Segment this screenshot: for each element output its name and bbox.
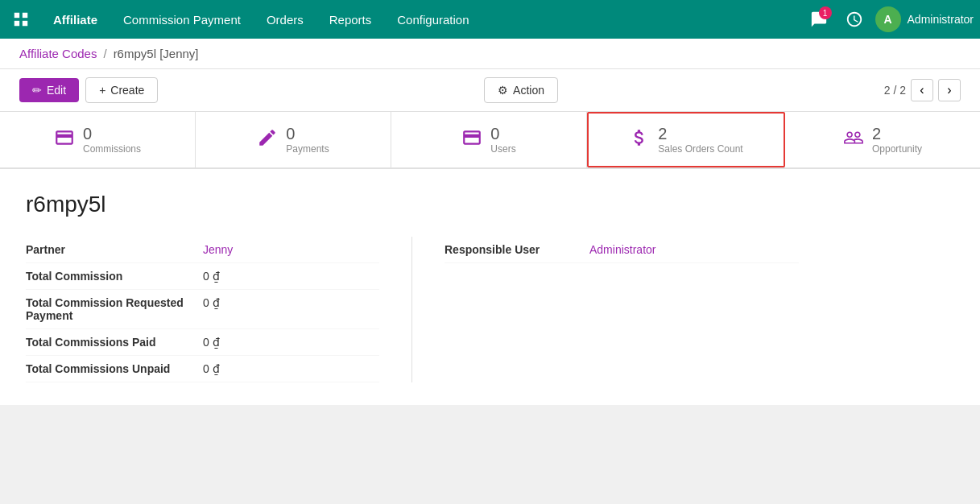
topnav-right: 1 A Administrator: [804, 5, 974, 34]
user-avatar: A: [875, 6, 901, 32]
users-icon: [461, 127, 482, 153]
sales-orders-text: 2 Sales Orders Count: [658, 125, 742, 155]
create-button[interactable]: + Create: [85, 77, 158, 103]
plus-icon: +: [99, 84, 105, 97]
field-value-total-commission: 0 ₫: [203, 270, 220, 283]
field-value-commissions-unpaid: 0 ₫: [203, 362, 220, 375]
fields-left: Partner Jenny Total Commission 0 ₫ Total…: [26, 237, 412, 382]
edit-button[interactable]: ✏ Edit: [19, 78, 79, 102]
tab-payments[interactable]: 0 Payments: [196, 112, 391, 167]
action-button[interactable]: ⚙ Action: [484, 77, 558, 103]
notifications-button[interactable]: 1: [804, 5, 833, 34]
nav-reports[interactable]: Reports: [316, 6, 385, 33]
topnav-menu: Affiliate Commission Payment Orders Repo…: [40, 6, 804, 33]
field-label-requested-payment: Total Commission Requested Payment: [26, 296, 203, 322]
breadcrumb: Affiliate Codes / r6mpy5l [Jenny]: [0, 39, 980, 69]
field-row-commissions-unpaid: Total Commissions Unpaid 0 ₫: [26, 356, 379, 382]
payments-text: 0 Payments: [286, 125, 329, 155]
tab-users[interactable]: 0 Users: [391, 112, 587, 167]
record-title: r6mpy5l: [26, 192, 954, 217]
grid-menu-icon[interactable]: [6, 5, 35, 34]
user-name[interactable]: Administrator: [908, 13, 974, 26]
svg-rect-0: [14, 13, 19, 18]
opportunity-icon: [843, 127, 864, 153]
topnav: Affiliate Commission Payment Orders Repo…: [0, 0, 980, 39]
field-row-partner: Partner Jenny: [26, 237, 379, 263]
breadcrumb-separator: /: [103, 47, 106, 60]
nav-configuration[interactable]: Configuration: [384, 6, 482, 33]
svg-rect-3: [23, 21, 27, 26]
notification-badge: 1: [819, 6, 832, 19]
field-value-commissions-paid: 0 ₫: [203, 336, 220, 349]
prev-button[interactable]: ‹: [911, 79, 933, 101]
payments-icon: [257, 127, 278, 153]
users-text: 0 Users: [490, 125, 515, 155]
field-label-responsible-user: Responsible User: [445, 243, 589, 256]
field-value-partner[interactable]: Jenny: [203, 243, 233, 256]
field-label-commissions-paid: Total Commissions Paid: [26, 336, 203, 349]
nav-affiliate[interactable]: Affiliate: [40, 6, 110, 33]
tab-sales-orders[interactable]: 2 Sales Orders Count: [587, 112, 785, 167]
pagination: 2 / 2 ‹ ›: [884, 79, 961, 101]
field-row-commissions-paid: Total Commissions Paid 0 ₫: [26, 329, 379, 356]
toolbar: ✏ Edit + Create ⚙ Action 2 / 2 ‹ ›: [0, 69, 980, 112]
field-value-responsible-user[interactable]: Administrator: [589, 243, 655, 256]
field-label-partner: Partner: [26, 243, 203, 256]
stat-tabs: 0 Commissions 0 Payments 0 Users 2 Sales…: [0, 112, 980, 169]
field-row-total-commission: Total Commission 0 ₫: [26, 263, 379, 290]
breadcrumb-link[interactable]: Affiliate Codes: [19, 47, 97, 60]
gear-icon: ⚙: [498, 84, 508, 97]
breadcrumb-current: r6mpy5l [Jenny]: [114, 47, 199, 60]
svg-rect-2: [14, 21, 19, 26]
commissions-icon: [54, 127, 75, 153]
field-row-responsible-user: Responsible User Administrator: [445, 237, 799, 263]
fields-right: Responsible User Administrator: [412, 237, 799, 382]
nav-commission-payment[interactable]: Commission Payment: [110, 6, 254, 33]
sales-orders-icon: [629, 127, 650, 153]
pagination-text: 2 / 2: [884, 84, 906, 97]
edit-icon: ✏: [32, 84, 42, 97]
main-content: r6mpy5l Partner Jenny Total Commission 0…: [0, 169, 980, 405]
tab-opportunity[interactable]: 2 Opportunity: [785, 112, 980, 167]
next-button[interactable]: ›: [938, 79, 961, 101]
opportunity-text: 2 Opportunity: [872, 125, 922, 155]
field-label-commissions-unpaid: Total Commissions Unpaid: [26, 362, 203, 375]
nav-orders[interactable]: Orders: [254, 6, 316, 33]
tab-commissions[interactable]: 0 Commissions: [0, 112, 196, 167]
field-value-requested-payment: 0 ₫: [203, 296, 220, 309]
commissions-text: 0 Commissions: [83, 125, 141, 155]
field-label-total-commission: Total Commission: [26, 270, 203, 283]
svg-rect-1: [23, 13, 27, 18]
field-row-requested-payment: Total Commission Requested Payment 0 ₫: [26, 290, 379, 329]
clock-button[interactable]: [840, 5, 869, 34]
